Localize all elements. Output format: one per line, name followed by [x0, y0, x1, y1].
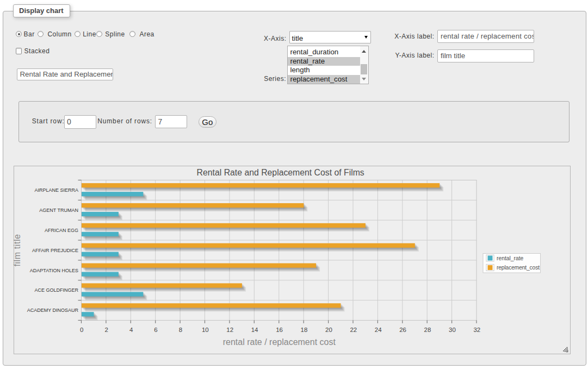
- svg-text:28: 28: [424, 327, 431, 333]
- svg-text:ADAPTATION HOLES: ADAPTATION HOLES: [30, 268, 78, 273]
- svg-text:AFRICAN EGG: AFRICAN EGG: [45, 228, 78, 233]
- svg-text:10: 10: [202, 327, 209, 333]
- svg-text:30: 30: [449, 327, 456, 333]
- svg-text:AGENT TRUMAN: AGENT TRUMAN: [39, 208, 78, 213]
- svg-text:ACADEMY DINOSAUR: ACADEMY DINOSAUR: [27, 308, 79, 313]
- svg-text:rental_rate: rental_rate: [497, 255, 524, 261]
- svg-text:rental rate / replacement cost: rental rate / replacement cost: [223, 337, 336, 347]
- svg-text:0: 0: [80, 327, 83, 333]
- svg-text:32: 32: [473, 327, 480, 333]
- svg-text:Rental Rate and Replacement Co: Rental Rate and Replacement Cost of Film…: [197, 168, 364, 177]
- svg-text:ACE GOLDFINGER: ACE GOLDFINGER: [34, 287, 78, 293]
- svg-text:26: 26: [399, 327, 406, 333]
- svg-text:16: 16: [276, 327, 283, 333]
- svg-text:18: 18: [301, 327, 308, 333]
- svg-text:AIRPLANE SIERRA: AIRPLANE SIERRA: [34, 187, 78, 193]
- svg-text:8: 8: [179, 327, 182, 333]
- svg-text:replacement_cost: replacement_cost: [497, 265, 540, 271]
- svg-text:14: 14: [251, 327, 258, 333]
- svg-text:AFFAIR PREJUDICE: AFFAIR PREJUDICE: [32, 248, 78, 253]
- svg-text:24: 24: [375, 327, 382, 333]
- svg-text:2: 2: [104, 327, 108, 333]
- svg-text:12: 12: [226, 327, 233, 333]
- svg-text:20: 20: [325, 327, 332, 333]
- svg-text:4: 4: [129, 327, 133, 333]
- svg-text:film title: film title: [13, 234, 22, 266]
- svg-text:22: 22: [350, 327, 357, 333]
- svg-text:6: 6: [154, 327, 157, 333]
